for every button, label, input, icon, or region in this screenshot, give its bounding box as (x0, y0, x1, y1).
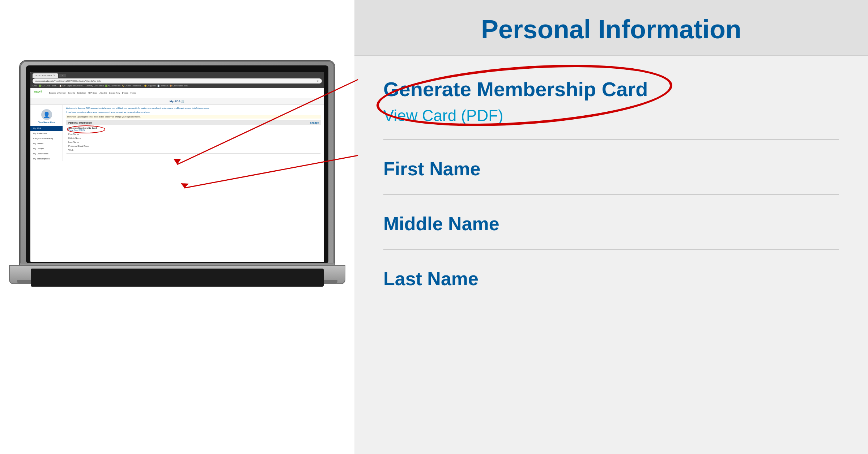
logo-text: ADA (34, 90, 40, 93)
sidebar-item-addresses[interactable]: My Addresses (30, 131, 63, 136)
ada-logo: ADA® (34, 90, 42, 96)
bookmark-zoho[interactable]: Zoho Social (94, 85, 104, 87)
new-tab-icon: + (62, 74, 63, 77)
site-body: 👤 Your Name Here My ADA My Addresses CAQ… (30, 105, 324, 161)
field-label-middle: Middle Name (354, 195, 868, 249)
sidebar-item-subscriptions[interactable]: My Subscriptions (30, 156, 63, 161)
nav-links: Become a Member Benefits SmileCon ADA St… (49, 92, 136, 94)
view-card-link[interactable]: View Card (PDF) (68, 129, 319, 131)
sidebar-item-caqh[interactable]: CAQH Credentialing (30, 136, 63, 141)
page-heading-bar: My ADA 🛒 (30, 98, 324, 105)
welcome-text: Welcome to the new ADA account portal wh… (66, 107, 321, 110)
avatar: 👤 (41, 109, 52, 120)
annotation-panel: Personal Information Generate Membership… (354, 0, 868, 454)
contact-text: If you have questions about your new acc… (66, 111, 321, 114)
field-label-last: Last Name (354, 250, 868, 304)
sidebar-item-groups[interactable]: My Groups (30, 146, 63, 151)
bookmarks-bar: Gmail 🟩 GDA Gmail - Seen... 📋 ADP Digita… (33, 84, 322, 87)
generate-card-title[interactable]: Generate Membership Card (383, 77, 839, 101)
bookmark-mimic[interactable]: 🟩 ADA Mimic Tool (105, 85, 120, 87)
tab-close-icon[interactable]: ✕ (53, 74, 55, 77)
middle-name-row: Middle Name (68, 136, 319, 140)
section-header: Personal Information Change (66, 120, 321, 125)
nav-become-member[interactable]: Become a Member (49, 92, 65, 94)
page-heading-text: My ADA (170, 100, 180, 103)
bookmark-adp[interactable]: 📋 ADP (59, 85, 65, 87)
email-value-row: Work (68, 148, 319, 152)
bookmark-formstack[interactable]: 📄 Formstack (157, 85, 169, 87)
generate-section: Generate Membership Card View Card (PDF) (354, 56, 868, 139)
sidebar-item-myada[interactable]: My ADA (30, 126, 63, 131)
site-content: ADA® Become a Member Benefits SmileCon A… (30, 88, 324, 161)
browser-tabs: ADA - ADA Portal ✕ + (33, 73, 322, 78)
panel-title: Personal Information (376, 14, 846, 44)
address-text: myaccount.ada.org/s/?comSiteId=a2E8V0000… (35, 80, 316, 82)
site-nav: ADA® Become a Member Benefits SmileCon A… (30, 88, 324, 98)
address-bar[interactable]: myaccount.ada.org/s/?comSiteId=a2E8V0000… (33, 78, 322, 83)
panel-header: Personal Information (354, 0, 868, 56)
nav-donate[interactable]: Donate Now (109, 92, 120, 94)
bookmark-gdagmail[interactable]: 🟩 GDA Gmail - Seen... (39, 85, 58, 87)
reminder-text: Reminder: updating the email fields in t… (66, 115, 321, 119)
sidebar: 👤 Your Name Here My ADA My Addresses CAQ… (30, 105, 63, 161)
first-name-row: First Name (68, 132, 319, 136)
bookmark-digital[interactable]: Digital and Email M... (67, 85, 84, 87)
sidebar-item-committees[interactable]: My Committees (30, 151, 63, 156)
main-content-area: Welcome to the new ADA account portal wh… (63, 105, 324, 161)
nav-smilecon[interactable]: SmileCon (77, 92, 86, 94)
bookmark-creative[interactable]: ✏️ Creative Request Fo... (122, 85, 142, 87)
bookmark-sitetricity[interactable]: Sitetricity (85, 85, 93, 87)
laptop-screen: ADA - ADA Portal ✕ + myaccount.ada.org/s… (30, 72, 324, 262)
tab-label: ADA - ADA Portal (35, 74, 52, 77)
browser-tab-active[interactable]: ADA - ADA Portal ✕ (33, 73, 58, 78)
field-label-first: First Name (354, 140, 868, 194)
bookmark-emojipedia[interactable]: 😊 Emojipedia (144, 85, 156, 87)
logo-sup: ® (40, 90, 42, 93)
view-card-link-panel[interactable]: View Card (PDF) (383, 107, 839, 125)
section-body: Generate Membership Card View Card (PDF)… (66, 125, 321, 153)
sidebar-item-events[interactable]: My Events (30, 141, 63, 146)
section-title: Personal Information (68, 121, 92, 124)
laptop-section: ADA - ADA Portal ✕ + myaccount.ada.org/s… (0, 0, 354, 454)
last-name-row: Last Name (68, 140, 319, 144)
nav-benefits[interactable]: Benefits (68, 92, 75, 94)
laptop-wrapper: ADA - ADA Portal ✕ + myaccount.ada.org/s… (20, 61, 335, 393)
cart-icon: 🛒 (181, 100, 185, 103)
laptop-keyboard (31, 269, 324, 287)
star-icon: ☆ (316, 80, 319, 83)
personal-info-section: Personal Information Change Generate Mem… (66, 120, 321, 154)
browser-tab-new[interactable]: + (59, 74, 66, 77)
laptop-lid: ADA - ADA Portal ✕ + myaccount.ada.org/s… (20, 61, 335, 267)
browser-chrome: ADA - ADA Portal ✕ + myaccount.ada.org/s… (30, 72, 324, 88)
sidebar-profile: 👤 Your Name Here (30, 107, 63, 126)
bookmark-color[interactable]: 🎨 Color Palette Tools (170, 85, 187, 87)
nav-ada-store[interactable]: ADA Store (88, 92, 97, 94)
profile-name: Your Name Here (38, 121, 55, 124)
section-change-link[interactable]: Change (310, 121, 319, 124)
nav-events[interactable]: Events (122, 92, 128, 94)
generate-card-row: Generate Membership Card View Card (PDF) (68, 126, 319, 132)
preferred-email-row: Preferred Email Type (68, 144, 319, 148)
screen-bezel: ADA - ADA Portal ✕ + myaccount.ada.org/s… (26, 65, 328, 264)
nav-forms[interactable]: Forms (130, 92, 136, 94)
nav-ada-ce[interactable]: ADA CE (99, 92, 107, 94)
bookmark-gmail[interactable]: Gmail (33, 85, 37, 87)
